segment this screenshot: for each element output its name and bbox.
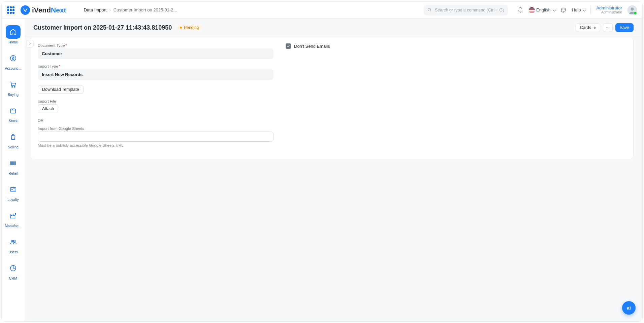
breadcrumb-current: Customer Import on 2025-01-2... <box>114 7 177 12</box>
svg-point-7 <box>12 86 13 87</box>
avatar[interactable] <box>627 5 637 15</box>
barcode-icon <box>6 156 21 170</box>
chevron-down-icon <box>552 7 555 12</box>
svg-point-12 <box>11 240 13 242</box>
language-label: English <box>536 7 551 12</box>
divider <box>590 6 591 14</box>
users-icon <box>6 235 21 249</box>
status-dot-icon <box>180 27 182 29</box>
factory-icon <box>6 209 21 222</box>
chevron-right-icon: › <box>109 7 110 12</box>
sidebar-item-label: Accounti... <box>5 66 21 70</box>
svg-point-1 <box>562 9 563 10</box>
sidebar-item-crm[interactable]: CRM <box>4 259 22 281</box>
box-icon <box>6 104 21 117</box>
sidebar-item-label: Stock <box>9 119 18 123</box>
cart-icon <box>6 78 21 91</box>
breadcrumb-parent[interactable]: Data Import <box>84 7 107 12</box>
bag-icon <box>6 130 21 144</box>
document-type-field[interactable]: Customer <box>38 48 273 59</box>
brand-logo-icon <box>21 5 30 15</box>
svg-point-13 <box>13 240 15 242</box>
bell-icon <box>517 7 523 13</box>
import-file-label: Import File <box>38 99 273 103</box>
sidebar-item-buying[interactable]: Buying <box>4 76 22 97</box>
sidebar-item-label: Retail <box>9 171 18 175</box>
svg-rect-9 <box>11 109 16 113</box>
help-menu[interactable]: Help <box>572 7 585 12</box>
or-label: OR <box>38 118 273 122</box>
svg-point-8 <box>14 86 15 87</box>
svg-point-0 <box>428 8 430 11</box>
sidebar-item-label: Loyalty <box>7 198 19 202</box>
cards-button[interactable]: Cards <box>576 23 600 32</box>
import-type-field[interactable]: Insert New Records <box>38 69 273 80</box>
svg-point-11 <box>11 189 13 190</box>
svg-point-5 <box>631 7 634 10</box>
save-button[interactable]: Save <box>615 23 634 32</box>
brand-name: iVendNext <box>32 6 66 14</box>
brand-logo-container[interactable]: iVendNext <box>21 5 66 15</box>
more-actions-button[interactable]: ··· <box>603 23 612 32</box>
google-sheets-input[interactable] <box>38 132 273 142</box>
sidebar-item-accounting[interactable]: Accounti... <box>4 49 22 71</box>
svg-point-3 <box>564 9 565 9</box>
dont-send-emails-label: Don't Send Emails <box>294 44 330 49</box>
page-title: Customer Import on 2025-01-27 11:43:43.8… <box>33 24 172 31</box>
sidebar-item-manufacturing[interactable]: Manufac... <box>4 207 22 228</box>
ellipsis-icon: ··· <box>606 25 609 30</box>
notifications-button[interactable] <box>517 7 523 13</box>
google-sheets-help: Must be a publicly accessible Google She… <box>38 143 273 147</box>
sidebar-item-label: Buying <box>8 93 19 97</box>
sidebar-item-home[interactable]: Home <box>4 23 22 45</box>
palette-icon <box>560 7 567 13</box>
sidebar-item-retail[interactable]: Retail <box>4 154 22 176</box>
sidebar-item-label: Home <box>8 40 18 44</box>
card-icon <box>6 183 21 196</box>
google-sheets-label: Import from Google Sheets <box>38 127 273 131</box>
apps-grid-icon[interactable] <box>7 6 14 14</box>
chevron-right-icon <box>28 42 32 45</box>
breadcrumb: Data Import › Customer Import on 2025-01… <box>84 7 177 12</box>
sidebar-item-users[interactable]: Users <box>4 233 22 255</box>
document-type-label: Document Type* <box>38 43 273 47</box>
search-icon <box>427 7 432 12</box>
user-name: Administrator <box>596 6 622 10</box>
sidebar-item-loyalty[interactable]: Loyalty <box>4 181 22 202</box>
home-icon <box>6 25 21 39</box>
sort-icon <box>594 27 596 29</box>
sidebar-item-selling[interactable]: Selling <box>4 128 22 150</box>
dont-send-emails-checkbox[interactable]: Don't Send Emails <box>286 43 626 49</box>
flag-icon <box>529 7 535 13</box>
status-label: Pending <box>184 25 199 30</box>
import-type-label: Import Type* <box>38 64 273 68</box>
pie-chart-icon <box>6 261 21 275</box>
user-role: Administrator <box>596 10 622 14</box>
status-badge: Pending <box>176 25 202 31</box>
ai-assistant-button[interactable]: ai <box>622 301 636 315</box>
search-input[interactable] <box>424 5 508 15</box>
coin-icon <box>6 51 21 65</box>
language-selector[interactable]: English <box>529 7 555 13</box>
svg-point-2 <box>563 8 564 9</box>
sidebar-item-stock[interactable]: Stock <box>4 102 22 123</box>
sidebar-item-label: Users <box>8 250 18 254</box>
ai-label: ai <box>627 305 631 311</box>
chevron-down-icon <box>582 7 585 12</box>
theme-toggle[interactable] <box>560 7 567 13</box>
help-label: Help <box>572 7 581 12</box>
sidebar-item-label: Manufac... <box>5 224 21 228</box>
download-template-button[interactable]: Download Template <box>38 85 84 94</box>
checkbox-checked-icon <box>286 43 291 49</box>
sidebar-item-label: Selling <box>8 145 19 149</box>
sidebar: Home Accounti... Buying Stock <box>2 19 25 321</box>
sidebar-item-label: CRM <box>9 276 17 280</box>
panel-toggle-button[interactable] <box>26 40 34 47</box>
attach-button[interactable]: Attach <box>38 104 58 113</box>
cards-label: Cards <box>580 25 591 30</box>
user-menu[interactable]: Administrator Administrator <box>596 6 622 14</box>
